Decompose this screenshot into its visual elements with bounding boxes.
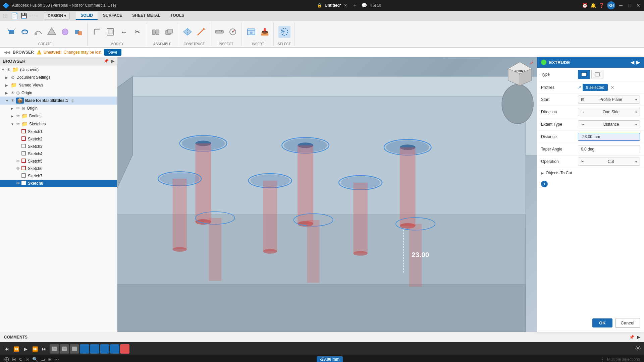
tab-close-icon[interactable]: ✕	[344, 3, 347, 8]
save-button[interactable]: Save	[104, 49, 121, 56]
timeline-item-4[interactable]	[80, 344, 89, 354]
viewport[interactable]: 23.00 FRONT Z	[117, 57, 537, 332]
tree-item-origin[interactable]: ▶ 👁 ⊕ Origin	[0, 89, 117, 97]
timeline-item-6[interactable]	[100, 344, 109, 354]
tree-item-root[interactable]: ▼ 👁 📁 (Unsaved)	[0, 65, 117, 74]
tree-item-sketch8[interactable]: 👁 Sketch8	[0, 180, 117, 187]
timeline-play-icon[interactable]: ▶	[21, 345, 30, 353]
extent-type-dropdown[interactable]: ↔ Distance ▾	[578, 120, 640, 128]
modify-split-icon[interactable]: ✂	[131, 26, 143, 38]
maximize-button[interactable]: □	[627, 2, 633, 8]
create-freeform-icon[interactable]	[59, 26, 71, 38]
tree-item-sketch1[interactable]: 👁 Sketch1	[0, 128, 117, 135]
tree-item-sub-origin[interactable]: ▶ 👁 ⊕ Origin	[0, 105, 117, 112]
timeline-settings-icon[interactable]	[635, 345, 641, 353]
new-tab-icon[interactable]: ＋	[353, 2, 357, 8]
help-icon[interactable]: ❓	[599, 3, 604, 8]
extrude-collapse-icon[interactable]: ◀	[631, 60, 634, 65]
display-icon[interactable]: ▭	[41, 357, 45, 362]
timeline-item-1[interactable]	[50, 344, 59, 354]
tree-item-sketch3[interactable]: 👁 Sketch3	[0, 143, 117, 150]
extrude-expand-icon[interactable]: ▶	[636, 60, 640, 65]
create-loft-icon[interactable]	[46, 26, 58, 38]
render-icon[interactable]: ⊞	[48, 357, 52, 362]
modify-fillet-icon[interactable]	[91, 26, 103, 38]
tree-item-sketch4[interactable]: 👁 Sketch4	[0, 150, 117, 158]
save-icon[interactable]: 💾	[20, 12, 27, 19]
grid-icon[interactable]: ⊞	[12, 357, 16, 362]
more-options-icon[interactable]: ⋮	[600, 357, 605, 362]
tree-item-doc-settings[interactable]: ▶ ⚙ Document Settings	[0, 74, 117, 81]
bodies-visibility-icon[interactable]: 👁	[16, 114, 20, 118]
redo-icon[interactable]: ↪	[34, 13, 38, 18]
type-solid-button[interactable]	[578, 70, 590, 79]
select-cursor-icon[interactable]	[278, 26, 290, 38]
origin-visibility-icon[interactable]: 👁	[11, 90, 15, 95]
component-visibility-icon[interactable]: 👁	[11, 98, 15, 103]
profiles-clear-button[interactable]: ✕	[610, 85, 614, 90]
tab-solid[interactable]: SOLID	[76, 12, 98, 20]
viewport-controls[interactable]	[4, 357, 9, 362]
type-surface-button[interactable]	[591, 70, 603, 79]
modify-scale-icon[interactable]: ↔	[118, 26, 130, 38]
timeline-prev-icon[interactable]: ⏪	[12, 345, 20, 353]
root-visibility-icon[interactable]: 👁	[7, 67, 11, 72]
sub-origin-visibility-icon[interactable]: 👁	[16, 106, 20, 111]
timeline-item-5[interactable]	[90, 344, 99, 354]
sketch5-visibility-icon[interactable]: 👁	[16, 159, 20, 164]
taper-angle-field[interactable]: 0.0 deg	[578, 145, 640, 153]
tab-sheet-metal[interactable]: SHEET METAL	[127, 12, 165, 20]
start-dropdown[interactable]: ⊟ Profile Plane ▾	[578, 96, 640, 104]
search-icon[interactable]: 🔍	[32, 357, 38, 362]
objects-to-cut-row[interactable]: ▶ Objects To Cut	[537, 168, 644, 178]
more-icon[interactable]: ⋯	[54, 357, 59, 362]
create-revolve-icon[interactable]	[19, 26, 31, 38]
design-dropdown[interactable]: DESIGN ▾	[44, 12, 70, 19]
insert-import-icon[interactable]: 📥	[259, 26, 271, 38]
timeline-end-icon[interactable]: ⏭	[40, 345, 48, 353]
sketches-visibility-icon[interactable]: 👁	[16, 122, 20, 126]
timeline-next-icon[interactable]: ⏩	[31, 345, 39, 353]
chat-icon[interactable]: 💬	[361, 3, 367, 8]
comments-expand-icon[interactable]: ▶	[637, 335, 640, 340]
create-sweep-icon[interactable]	[32, 26, 44, 38]
profiles-button[interactable]: 9 selected	[583, 84, 608, 91]
undo-icon[interactable]: ↩	[29, 13, 33, 18]
tree-item-sketch2[interactable]: 👁 Sketch2	[0, 135, 117, 143]
insert-canvas-icon[interactable]	[245, 26, 257, 38]
view-cube[interactable]: FRONT Z	[506, 60, 533, 87]
tree-item-sketch5[interactable]: 👁 Sketch5	[0, 158, 117, 165]
browser-pin-icon[interactable]: 📌	[104, 59, 109, 63]
minimize-button[interactable]: ─	[618, 2, 624, 8]
operation-dropdown[interactable]: ✂ Cut ▾	[578, 158, 640, 166]
cancel-button[interactable]: Cancel	[615, 318, 640, 328]
timeline-item-8[interactable]	[120, 344, 129, 354]
create-extrude-icon[interactable]	[5, 26, 17, 38]
info-icon[interactable]: i	[541, 181, 548, 187]
inspect-analysis-icon[interactable]	[227, 26, 239, 38]
timeline-item-3[interactable]	[70, 344, 79, 354]
tab-tools[interactable]: TOOLS	[166, 12, 189, 20]
sketch6-visibility-icon[interactable]: 👁	[16, 166, 20, 171]
construct-plane-icon[interactable]	[181, 26, 194, 38]
tree-item-sketch6[interactable]: 👁 Sketch6	[0, 165, 117, 172]
ok-button[interactable]: OK	[592, 318, 612, 327]
tree-item-component[interactable]: ▼ 👁 📦 Base for Bar Skittles:1 ◎	[0, 97, 117, 105]
sketch8-visibility-icon[interactable]: 👁	[16, 181, 20, 186]
tab-title[interactable]: Untitled*	[325, 3, 341, 8]
direction-dropdown[interactable]: → One Side ▾	[578, 108, 640, 116]
expand-browser-icon[interactable]: ◀◀	[4, 50, 10, 55]
assemble-component-icon[interactable]	[163, 26, 175, 38]
close-button[interactable]: ✕	[635, 2, 641, 8]
timeline-item-2[interactable]	[60, 344, 69, 354]
tree-item-named-views[interactable]: ▶ 📁 Named Views	[0, 81, 117, 89]
comments-pin-icon[interactable]: 📌	[629, 335, 634, 340]
distance-input[interactable]	[578, 133, 640, 141]
construct-axis-icon[interactable]	[195, 26, 207, 38]
app-menu-icon[interactable]: ⊞	[3, 12, 8, 19]
tree-item-sketches[interactable]: ▼ 👁 📁 Sketches	[0, 120, 117, 128]
orbit-icon[interactable]: ↻	[19, 357, 23, 362]
user-avatar[interactable]: KH	[607, 1, 615, 9]
tab-surface[interactable]: SURFACE	[98, 12, 127, 20]
zoom-fit-icon[interactable]: ⊡	[25, 357, 30, 362]
